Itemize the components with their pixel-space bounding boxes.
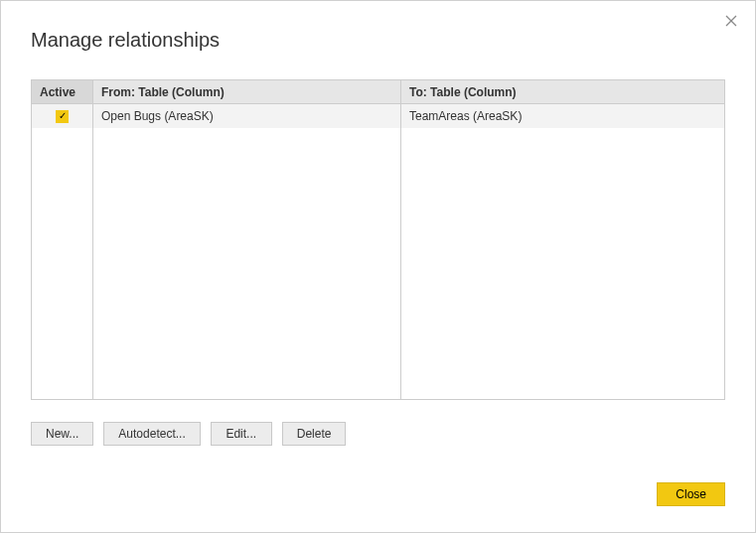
dialog-title: Manage relationships [1, 1, 755, 52]
close-button[interactable]: Close [657, 482, 725, 506]
close-icon[interactable] [721, 11, 741, 31]
manage-relationships-dialog: Manage relationships Active From: Table … [0, 0, 756, 533]
autodetect-button[interactable]: Autodetect... [103, 422, 200, 446]
header-active[interactable]: Active [32, 80, 93, 103]
empty-active-col [32, 128, 93, 399]
action-button-row: New... Autodetect... Edit... Delete [31, 422, 755, 446]
cell-from[interactable]: Open Bugs (AreaSK) [93, 104, 401, 128]
empty-from-col [93, 128, 401, 399]
empty-to-col [401, 128, 724, 399]
header-to[interactable]: To: Table (Column) [401, 80, 724, 103]
cell-to[interactable]: TeamAreas (AreaSK) [401, 104, 724, 128]
table-empty-area [32, 128, 724, 399]
header-from[interactable]: From: Table (Column) [93, 80, 401, 103]
table-body: ✓ Open Bugs (AreaSK) TeamAreas (AreaSK) [32, 104, 724, 399]
new-button[interactable]: New... [31, 422, 93, 446]
table-row[interactable]: ✓ Open Bugs (AreaSK) TeamAreas (AreaSK) [32, 104, 724, 128]
table-header-row: Active From: Table (Column) To: Table (C… [32, 80, 724, 104]
close-button-area: Close [657, 482, 725, 506]
cell-active[interactable]: ✓ [32, 104, 93, 128]
relationships-table: Active From: Table (Column) To: Table (C… [31, 79, 725, 400]
delete-button[interactable]: Delete [282, 422, 347, 446]
active-checkbox[interactable]: ✓ [56, 110, 69, 123]
edit-button[interactable]: Edit... [211, 422, 272, 446]
